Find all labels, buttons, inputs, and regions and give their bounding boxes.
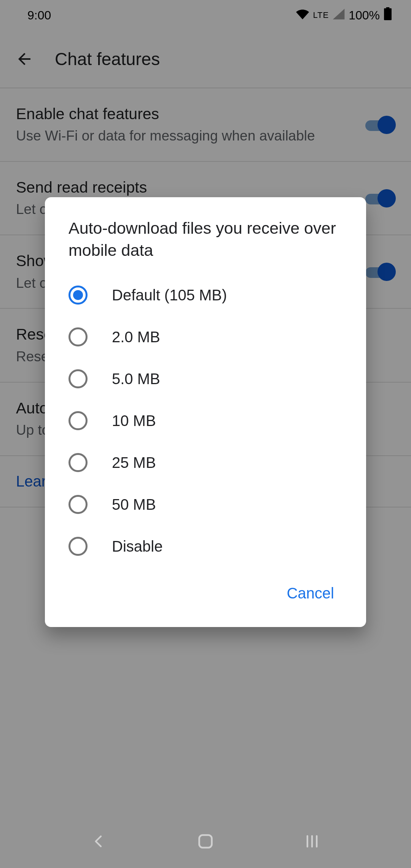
radio-option-default[interactable]: Default (105 MB) [45, 274, 366, 316]
radio-label: Disable [112, 538, 162, 555]
radio-label: 25 MB [112, 454, 156, 471]
dialog-actions: Cancel [45, 567, 366, 616]
radio-option-10mb[interactable]: 10 MB [45, 400, 366, 442]
radio-option-50mb[interactable]: 50 MB [45, 483, 366, 525]
radio-label: 10 MB [112, 412, 156, 429]
dialog-scrim[interactable]: Auto-download files you receive over mob… [0, 0, 411, 868]
nav-home-icon[interactable] [194, 830, 217, 853]
cancel-button[interactable]: Cancel [277, 579, 343, 608]
navigation-bar [0, 815, 411, 868]
nav-back-icon[interactable] [88, 830, 110, 853]
radio-icon [68, 286, 88, 305]
dialog-title: Auto-download files you receive over mob… [45, 217, 366, 261]
nav-recents-icon[interactable] [301, 830, 323, 853]
radio-label: 5.0 MB [112, 370, 160, 388]
svg-rect-0 [199, 835, 212, 848]
radio-option-25mb[interactable]: 25 MB [45, 442, 366, 483]
auto-download-dialog: Auto-download files you receive over mob… [45, 197, 366, 627]
radio-option-disable[interactable]: Disable [45, 525, 366, 567]
radio-icon [68, 369, 88, 388]
radio-option-5mb[interactable]: 5.0 MB [45, 358, 366, 400]
radio-icon [68, 411, 88, 430]
radio-icon [68, 495, 88, 514]
radio-label: Default (105 MB) [112, 287, 227, 304]
radio-icon [68, 453, 88, 472]
radio-label: 2.0 MB [112, 329, 160, 346]
radio-list: Default (105 MB) 2.0 MB 5.0 MB 10 MB 25 … [45, 274, 366, 567]
radio-icon [68, 327, 88, 346]
radio-option-2mb[interactable]: 2.0 MB [45, 316, 366, 358]
radio-icon [68, 537, 88, 556]
radio-label: 50 MB [112, 496, 156, 513]
